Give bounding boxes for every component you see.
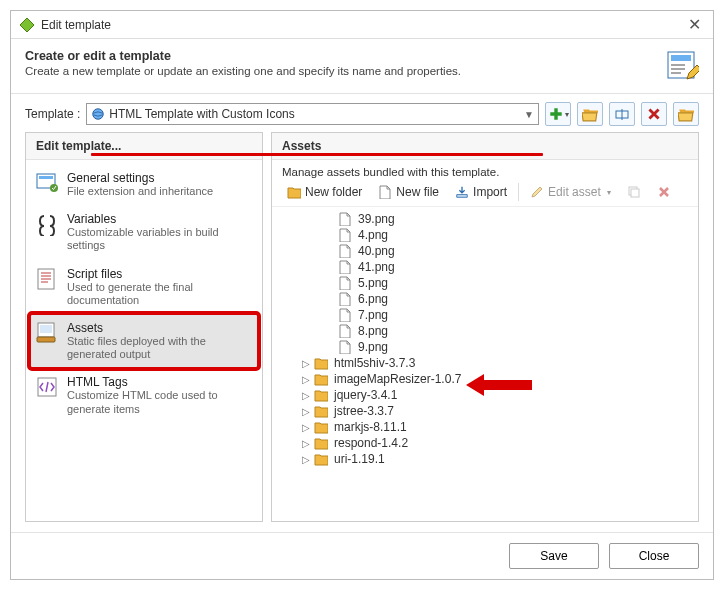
file-item[interactable]: 6.png: [338, 292, 688, 306]
category-title: General settings: [67, 171, 213, 185]
file-item[interactable]: 5.png: [338, 276, 688, 290]
header-title: Create or edit a template: [25, 49, 665, 63]
svg-rect-10: [37, 337, 55, 342]
file-item[interactable]: 8.png: [338, 324, 688, 338]
assets-tree[interactable]: 39.png4.png40.png41.png5.png6.png7.png8.…: [272, 207, 698, 521]
category-variables[interactable]: VariablesCustomizable variables in build…: [30, 205, 258, 259]
dialog-header: Create or edit a template Create a new t…: [11, 39, 713, 89]
close-icon[interactable]: ✕: [684, 15, 705, 34]
file-name: 40.png: [358, 244, 395, 258]
dialog-title: Edit template: [41, 18, 684, 32]
save-button[interactable]: Save: [509, 543, 599, 569]
import-button[interactable]: Import: [448, 182, 514, 202]
folder-icon: [314, 436, 328, 450]
rename-button[interactable]: [609, 102, 635, 126]
folder-button-1[interactable]: [577, 102, 603, 126]
category-icon: [35, 375, 59, 399]
dialog-footer: Save Close: [11, 532, 713, 579]
file-icon: [338, 340, 352, 354]
folder-item[interactable]: ▷respond-1.4.2: [300, 436, 688, 450]
delete-button[interactable]: [641, 102, 667, 126]
folder-name: jquery-3.4.1: [334, 388, 397, 402]
header-subtitle: Create a new template or update an exist…: [25, 65, 665, 77]
file-icon: [338, 292, 352, 306]
category-icon: [35, 171, 59, 195]
expand-icon[interactable]: ▷: [300, 422, 312, 433]
new-template-button[interactable]: ▾: [545, 102, 571, 126]
folder-name: respond-1.4.2: [334, 436, 408, 450]
file-icon: [338, 276, 352, 290]
folder-item[interactable]: ▷markjs-8.11.1: [300, 420, 688, 434]
category-title: HTML Tags: [67, 375, 253, 389]
delete-asset-button: [650, 182, 678, 202]
file-item[interactable]: 9.png: [338, 340, 688, 354]
file-icon: [338, 244, 352, 258]
globe-icon: [91, 107, 105, 121]
folder-item[interactable]: ▷jstree-3.3.7: [300, 404, 688, 418]
folder-icon: [314, 356, 328, 370]
categories-panel: Edit template... General settingsFile ex…: [25, 132, 263, 522]
folder-name: jstree-3.3.7: [334, 404, 394, 418]
file-name: 7.png: [358, 308, 388, 322]
category-title: Variables: [67, 212, 253, 226]
file-name: 6.png: [358, 292, 388, 306]
annotation-underline: [91, 153, 543, 156]
folder-name: markjs-8.11.1: [334, 420, 407, 434]
category-title: Script files: [67, 267, 253, 281]
new-folder-button[interactable]: New folder: [280, 182, 369, 202]
file-item[interactable]: 4.png: [338, 228, 688, 242]
assets-toolbar: New folder New file Import Edit asset▾: [272, 182, 698, 207]
file-item[interactable]: 7.png: [338, 308, 688, 322]
file-name: 4.png: [358, 228, 388, 242]
file-icon: [338, 212, 352, 226]
category-subtitle: Used to generate the final documentation: [67, 281, 253, 307]
assets-panel: Assets Manage assets bundled with this t…: [271, 132, 699, 522]
svg-rect-13: [631, 189, 639, 197]
category-icon: [35, 212, 59, 236]
file-item[interactable]: 40.png: [338, 244, 688, 258]
file-item[interactable]: 41.png: [338, 260, 688, 274]
file-icon: [338, 228, 352, 242]
category-subtitle: Customize HTML code used to generate ite…: [67, 389, 253, 415]
category-title: Assets: [67, 321, 253, 335]
folder-name: imageMapResizer-1.0.7: [334, 372, 461, 386]
folder-name: html5shiv-3.7.3: [334, 356, 415, 370]
expand-icon[interactable]: ▷: [300, 406, 312, 417]
folder-button-2[interactable]: [673, 102, 699, 126]
svg-rect-2: [671, 55, 691, 61]
category-general-settings[interactable]: General settingsFile extension and inher…: [30, 164, 258, 205]
file-icon: [338, 308, 352, 322]
app-icon: [19, 17, 35, 33]
folder-item[interactable]: ▷uri-1.19.1: [300, 452, 688, 466]
close-button[interactable]: Close: [609, 543, 699, 569]
template-edit-icon: [665, 49, 699, 83]
folder-icon: [314, 388, 328, 402]
folder-icon: [314, 372, 328, 386]
category-subtitle: Static files deployed with the generated…: [67, 335, 253, 361]
expand-icon[interactable]: ▷: [300, 438, 312, 449]
new-file-button[interactable]: New file: [371, 182, 446, 202]
expand-icon[interactable]: ▷: [300, 390, 312, 401]
assets-description: Manage assets bundled with this template…: [272, 160, 698, 182]
folder-item[interactable]: ▷html5shiv-3.7.3: [300, 356, 688, 370]
annotation-arrow: [466, 374, 532, 396]
edit-asset-button: Edit asset▾: [523, 182, 618, 202]
file-name: 8.png: [358, 324, 388, 338]
file-item[interactable]: 39.png: [338, 212, 688, 226]
dropdown-arrow-icon: ▼: [524, 109, 534, 120]
template-combobox[interactable]: HTML Template with Custom Icons ▼: [86, 103, 539, 125]
expand-icon[interactable]: ▷: [300, 454, 312, 465]
file-icon: [338, 324, 352, 338]
expand-icon[interactable]: ▷: [300, 374, 312, 385]
file-icon: [338, 260, 352, 274]
file-name: 5.png: [358, 276, 388, 290]
category-script-files[interactable]: Script filesUsed to generate the final d…: [30, 260, 258, 314]
file-name: 41.png: [358, 260, 395, 274]
folder-name: uri-1.19.1: [334, 452, 385, 466]
file-name: 39.png: [358, 212, 395, 226]
category-assets[interactable]: AssetsStatic files deployed with the gen…: [30, 314, 258, 368]
expand-icon[interactable]: ▷: [300, 358, 312, 369]
folder-icon: [314, 404, 328, 418]
category-html-tags[interactable]: HTML TagsCustomize HTML code used to gen…: [30, 368, 258, 422]
folder-icon: [314, 452, 328, 466]
